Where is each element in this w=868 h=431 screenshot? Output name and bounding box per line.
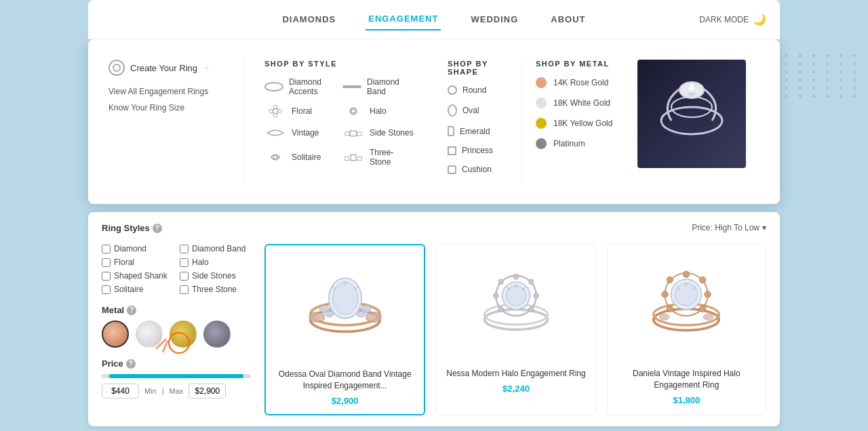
svg-point-54	[700, 276, 706, 283]
product-price-2: $2,240	[445, 384, 587, 394]
product-name-2: Nessa Modern Halo Engagement Ring	[445, 368, 587, 379]
style-three-stone[interactable]: Three-Stone	[342, 148, 414, 167]
diamond-band-checkbox[interactable]	[180, 245, 189, 253]
style-vintage[interactable]: Vintage	[264, 126, 336, 140]
oval-icon	[448, 104, 457, 117]
white-gold-circle	[536, 98, 547, 108]
sort-dropdown[interactable]: Price: High To Low ▾	[692, 223, 766, 232]
metal-info-icon[interactable]: ?	[127, 306, 136, 315]
metal-rose-gold[interactable]: 14K Rose Gold	[536, 77, 617, 88]
svg-point-53	[684, 271, 690, 277]
metal-yellow-gold[interactable]: 18K Yellow Gold	[536, 118, 617, 129]
style-floral[interactable]: Floral	[264, 104, 336, 118]
svg-point-36	[513, 274, 518, 279]
svg-point-51	[703, 314, 713, 320]
metal-yellow-gold-filter[interactable]	[170, 321, 197, 348]
svg-point-31	[325, 311, 334, 317]
svg-point-11	[273, 155, 277, 159]
price-min-input[interactable]	[102, 384, 139, 398]
product-image-2	[445, 253, 587, 361]
shaped-shank-checkbox[interactable]	[102, 272, 111, 281]
shape-emerald[interactable]: Emerald	[448, 126, 508, 136]
svg-point-56	[700, 306, 706, 312]
svg-point-25	[332, 282, 357, 314]
view-all-engagement-link[interactable]: View All Engagement Rings	[108, 87, 230, 96]
create-ring-link[interactable]: Create Your Ring →	[108, 60, 230, 76]
svg-point-32	[356, 311, 365, 317]
filter-floral[interactable]: Floral	[102, 258, 173, 267]
shop-by-metal-title: SHOP BY METAL	[536, 60, 617, 68]
cushion-icon	[448, 165, 456, 174]
nav-engagement[interactable]: ENGAGEMENT	[366, 8, 441, 30]
dark-mode-button[interactable]: DARK MODE 🌙	[699, 13, 766, 26]
solitaire-checkbox[interactable]	[102, 285, 111, 294]
svg-point-23	[366, 312, 380, 323]
princess-icon	[448, 146, 456, 155]
floral-checkbox[interactable]	[102, 258, 111, 267]
svg-point-55	[705, 291, 711, 297]
svg-rect-10	[357, 132, 362, 136]
metal-platinum[interactable]: Platinum	[536, 138, 617, 149]
shape-oval[interactable]: Oval	[448, 104, 508, 117]
filter-halo[interactable]: Halo	[180, 258, 251, 267]
style-diamond-accents[interactable]: Diamond Accents	[264, 77, 336, 96]
price-slider[interactable]	[102, 374, 251, 378]
product-card-2[interactable]: Nessa Modern Halo Engagement Ring $2,240	[436, 244, 595, 415]
shop-by-style-title: SHOP BY STYLE	[264, 60, 414, 68]
metal-white-gold[interactable]: 18K White Gold	[536, 98, 617, 108]
product-image-3	[616, 253, 757, 361]
style-checkboxes: Diamond Diamond Band Floral Halo Shaped …	[102, 244, 251, 294]
nav-about[interactable]: ABOUT	[548, 9, 588, 30]
shop-by-shape-column: SHOP BY SHAPE Round Oval Emerald Princes…	[434, 60, 522, 184]
svg-point-44	[506, 285, 526, 306]
svg-point-0	[113, 64, 120, 71]
metal-platinum-filter[interactable]	[203, 321, 231, 348]
shop-by-shape-title: SHOP BY SHAPE	[448, 60, 508, 76]
metal-filter-title: Metal ?	[102, 305, 251, 315]
svg-point-38	[534, 293, 538, 298]
filter-diamond-band[interactable]: Diamond Band	[180, 244, 251, 253]
svg-rect-9	[345, 132, 350, 136]
side-stones-checkbox[interactable]	[180, 272, 189, 281]
nav-diamonds[interactable]: DIAMONDS	[279, 9, 338, 30]
shape-cushion[interactable]: Cushion	[448, 165, 508, 174]
dot-pattern	[785, 54, 861, 98]
style-diamond-band[interactable]: Diamond Band	[342, 77, 414, 96]
filter-shaped-shank[interactable]: Shaped Shank	[102, 271, 173, 281]
diamond-checkbox[interactable]	[102, 245, 111, 253]
svg-rect-14	[358, 157, 362, 161]
shop-by-style-column: SHOP BY STYLE Diamond Accents Diamond Ba…	[244, 60, 434, 184]
filter-side-stones[interactable]: Side Stones	[180, 271, 251, 281]
ring-styles-info-icon[interactable]: ?	[153, 224, 162, 233]
know-ring-size-link[interactable]: Know Your Ring Size	[108, 103, 230, 112]
filter-solitaire[interactable]: Solitaire	[102, 285, 173, 294]
halo-checkbox[interactable]	[180, 258, 189, 267]
moon-icon: 🌙	[753, 13, 766, 26]
emerald-icon	[448, 126, 454, 136]
svg-rect-13	[345, 157, 349, 161]
top-nav: DIAMONDS ENGAGEMENT WEDDING ABOUT DARK M…	[88, 0, 780, 39]
style-side-stones[interactable]: Side Stones	[342, 126, 414, 140]
metal-rose-gold-filter[interactable]	[102, 321, 129, 348]
product-card-3[interactable]: Daniela Vintage Inspired Halo Engagement…	[607, 244, 766, 415]
nav-wedding[interactable]: WEDDING	[468, 9, 521, 30]
metal-filter-circles	[102, 321, 251, 348]
metal-white-gold-filter[interactable]	[136, 321, 163, 348]
svg-point-37	[529, 279, 534, 284]
shape-round[interactable]: Round	[448, 85, 508, 95]
three-stone-checkbox[interactable]	[180, 285, 189, 294]
svg-point-40	[498, 279, 503, 284]
products-grid: Odessa Oval Diamond Band Vintage Inspire…	[264, 244, 766, 415]
svg-point-58	[662, 291, 668, 297]
filter-diamond[interactable]: Diamond	[102, 244, 173, 253]
left-column: Create Your Ring → View All Engagement R…	[108, 60, 244, 184]
shape-princess[interactable]: Princess	[448, 146, 508, 155]
price-max-input[interactable]	[189, 384, 226, 398]
style-solitaire[interactable]: Solitaire	[264, 148, 336, 167]
price-info-icon[interactable]: ?	[126, 359, 136, 369]
svg-point-41	[494, 293, 498, 298]
style-halo[interactable]: Halo	[342, 104, 414, 118]
filter-three-stone[interactable]: Three Stone	[180, 285, 251, 294]
platinum-circle	[536, 138, 547, 149]
product-card-1[interactable]: Odessa Oval Diamond Band Vintage Inspire…	[264, 244, 425, 415]
